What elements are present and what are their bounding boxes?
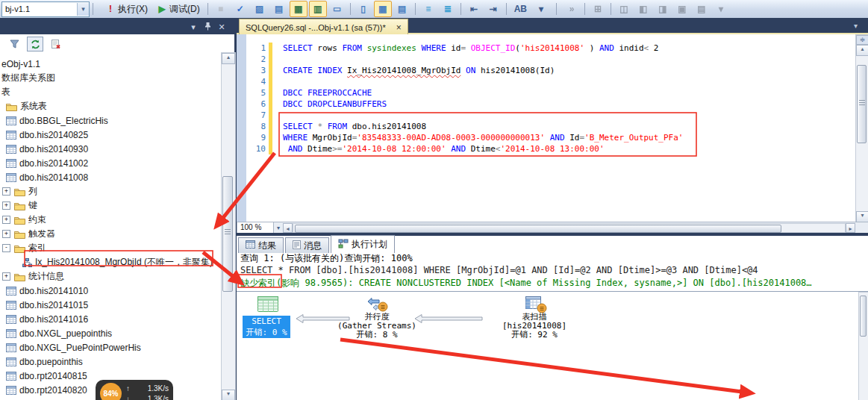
tab-messages-icon (293, 240, 301, 251)
scroll-right-icon[interactable]: ▸ (846, 223, 855, 233)
tree-item[interactable]: Ix_His20141008_MgrObjId (不唯一，非聚集) (0, 255, 221, 269)
comment-lines-button[interactable]: ≡ (419, 1, 437, 17)
tree-item[interactable]: dbo.his20141016 (0, 312, 221, 326)
tree-item[interactable]: dbo.his20141008 (0, 170, 221, 184)
expand-icon[interactable]: + (2, 230, 10, 238)
code-area[interactable]: SELECT rows FROM sysindexes WHERE id= OB… (274, 43, 683, 154)
tab-results[interactable]: 结果 (238, 237, 284, 253)
editor-vscrollbar[interactable]: ≑ ▴ ▾ (855, 34, 868, 223)
tree-item[interactable]: dbo.BBGL_ElectricHis (0, 113, 221, 128)
include-client-statistics-button[interactable]: ▥ (309, 1, 327, 17)
tree-item[interactable]: +统计信息 (0, 269, 221, 284)
query-options-button[interactable]: ▭ (328, 1, 346, 17)
decrease-indent-button[interactable]: ⇤ (465, 1, 483, 17)
plan-node-select[interactable]: SELECT 开销: 0 % (243, 316, 290, 338)
editor-hscrollbar[interactable] (293, 223, 846, 233)
split-window-handle[interactable]: ≑ (856, 35, 868, 45)
uncomment-lines-button[interactable]: ≣ (439, 1, 457, 17)
scroll-left-icon[interactable]: ◂ (283, 223, 293, 233)
specify-template-values-button[interactable]: ▨ (251, 1, 269, 17)
template-parameters-button[interactable]: AB (511, 1, 531, 17)
tree-item[interactable]: +列 (0, 184, 221, 199)
sqlcmd-mode-button: » (563, 1, 581, 17)
line-number: 5 (246, 87, 266, 99)
explorer-scrollbar-thumb[interactable] (222, 176, 233, 292)
tree-item[interactable]: dbo.his20141015 (0, 298, 221, 312)
parse-button[interactable]: ✓ (231, 1, 249, 17)
close-icon[interactable]: ✕ (216, 22, 227, 32)
window-menu-chevron-icon[interactable]: ▾ (188, 22, 199, 32)
results-to-file-button[interactable]: ▤ (393, 1, 411, 17)
combo-dropdown-icon[interactable]: ▾ (77, 3, 89, 16)
query-designer-button-icon: ⊞ (593, 4, 603, 14)
tab-execution-plan[interactable]: 执行计划 (331, 235, 395, 253)
explorer-scrollbar[interactable]: ▴ ▾ (221, 52, 236, 400)
scroll-up-icon[interactable]: ▴ (222, 53, 235, 64)
zoom-dropdown-icon[interactable]: ▾ (274, 225, 283, 231)
scroll-down-icon[interactable]: ▾ (856, 211, 868, 222)
scroll-down-icon[interactable]: ▾ (222, 390, 235, 400)
execute-button[interactable]: !执行(X) (102, 1, 152, 17)
disconnect-icon[interactable] (48, 37, 64, 51)
tree-item[interactable]: 表 (0, 85, 221, 99)
document-tab[interactable]: SQLQuery26.sql -...Obj-v1.1 (sa (57))* × (239, 19, 408, 35)
results-to-text-button[interactable]: ▯ (355, 1, 372, 17)
include-actual-execution-plan-button[interactable]: ▦ (290, 1, 307, 17)
tree-item[interactable]: dbo.his20140930 (0, 142, 221, 156)
results-to-grid-button[interactable]: ▦ (374, 1, 392, 17)
increase-indent-button[interactable]: ⇥ (484, 1, 502, 17)
tree-item[interactable]: eObj-v1.1 (0, 57, 221, 71)
line-number: 7 (246, 110, 266, 121)
editor-hscrollbar-thumb[interactable] (295, 225, 781, 233)
tree-item[interactable]: +键 (0, 199, 221, 213)
expand-icon[interactable]: + (2, 272, 10, 281)
debug-button[interactable]: ▶调试(D) (153, 1, 204, 17)
collapse-icon[interactable]: - (2, 244, 10, 252)
tree-item-label: dbo.his20141015 (19, 300, 88, 310)
toolbar-separator (506, 3, 507, 15)
tree-item[interactable]: dbo.puepointhis (0, 354, 221, 369)
expand-icon[interactable]: + (2, 187, 10, 196)
editor-scrollbar-thumb[interactable] (857, 65, 867, 143)
tree-item[interactable]: +触发器 (0, 227, 221, 241)
analyze-in-tuning-advisor-button[interactable]: ▤ (270, 1, 288, 17)
sql-editor[interactable]: 12345678910 SELECT rows FROM sysindexes … (237, 34, 868, 233)
missing-index-line[interactable]: 缺少索引(影响 98.9565): CREATE NONCLUSTERED IN… (240, 278, 812, 290)
results-to-file-button-icon: ▤ (397, 4, 408, 14)
editor-toolbar-overflow-icon: ▾ (536, 4, 546, 14)
refresh-icon[interactable] (27, 37, 43, 51)
tree-item[interactable]: -索引 (0, 241, 221, 255)
tree-item[interactable]: 数据库关系图 (0, 71, 221, 85)
plan-select-result-icon[interactable] (257, 296, 279, 315)
tab-messages[interactable]: 消息 (285, 237, 329, 253)
results-scrollbar-thumb[interactable] (860, 296, 867, 337)
net-percent-badge: 84% (100, 383, 122, 400)
expand-icon[interactable]: + (2, 216, 10, 224)
tree-item[interactable]: dbo.NXGL_puepointhis (0, 326, 221, 340)
tree-item[interactable]: dbo.NXGL_PuePointPowerHis (0, 340, 221, 354)
tree-item[interactable]: dbo.his20140825 (0, 128, 221, 142)
tree-item[interactable]: 系统表 (0, 99, 221, 113)
document-tab-title: SQLQuery26.sql -...Obj-v1.1 (sa (57))* (246, 23, 386, 32)
editor-toolbar-overflow[interactable]: ▾ (532, 1, 550, 17)
increase-indent-button-icon: ⇥ (488, 4, 499, 14)
editor-zoom-control[interactable]: 100 % (237, 222, 274, 233)
results-scrollbar[interactable] (858, 292, 868, 400)
scroll-up-icon[interactable]: ▴ (856, 45, 868, 56)
available-databases-combobox[interactable]: bj-v1.1 ▾ (1, 1, 90, 17)
tree-item[interactable]: dbo.his20141002 (0, 156, 221, 170)
code-line: AND Dtime>='2014-10-08 12:00:00' AND Dti… (283, 143, 683, 154)
execute-button-icon: ! (105, 4, 116, 14)
auto-hide-pin-icon[interactable] (202, 22, 213, 32)
filter-icon[interactable] (6, 37, 22, 51)
tree-item[interactable]: +约束 (0, 213, 221, 227)
tree-item-label: dbo.NXGL_PuePointPowerHis (19, 343, 141, 353)
debug-button-label: 调试(D) (169, 3, 200, 16)
tree-item[interactable]: dbo.his20141010 (0, 284, 221, 298)
network-monitor-overlay[interactable]: 84% ↑1.3K/s ↓1.3K/s (96, 380, 173, 400)
tab-list-chevron-icon[interactable]: ▾ (854, 22, 858, 30)
table-icon (6, 343, 16, 352)
query-statement-line[interactable]: SELECT * FROM [dbo].[his20141008] WHERE … (240, 265, 812, 277)
expand-icon[interactable]: + (2, 201, 10, 210)
tab-close-icon[interactable]: × (396, 22, 402, 33)
